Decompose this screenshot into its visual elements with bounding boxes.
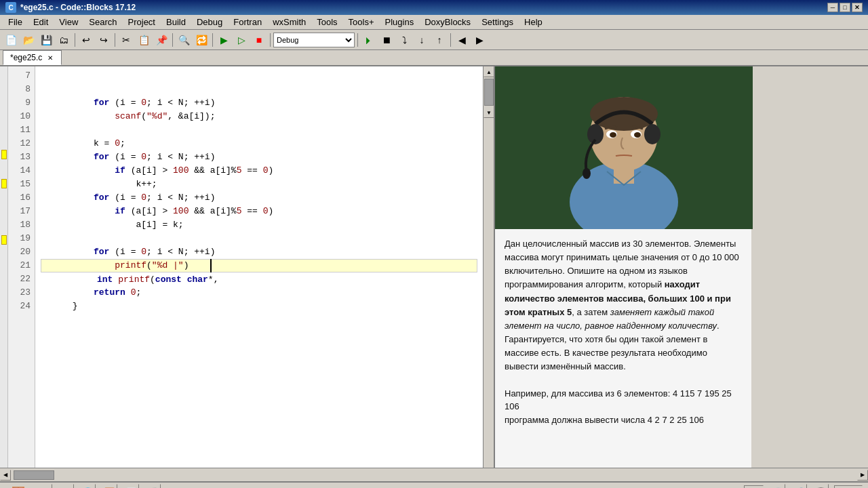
horizontal-scrollbar[interactable] <box>11 468 857 481</box>
close-button[interactable]: ✕ <box>852 3 863 12</box>
line-num-21: 21 <box>8 259 35 272</box>
code-editor[interactable]: for (i = 0; i < N; ++i) scanf("%d", &a[i… <box>35 66 483 468</box>
menu-tools[interactable]: Tools <box>311 15 342 29</box>
new-button[interactable]: 📄 <box>3 32 19 48</box>
horizontal-scroll-thumb[interactable] <box>14 470 54 480</box>
bookmark-7 <box>0 66 7 80</box>
run-button[interactable]: ▷ <box>233 32 250 48</box>
menu-debug[interactable]: Debug <box>191 15 228 29</box>
webcam-area <box>495 66 753 229</box>
scroll-thumb[interactable] <box>484 79 494 106</box>
notification-icon[interactable]: 💬 <box>812 484 829 488</box>
start-button[interactable]: 🪟 Start <box>5 484 52 488</box>
bookmark-14 <box>0 163 7 177</box>
vertical-scrollbar[interactable]: ▲ ▼ <box>483 66 494 468</box>
paste-button[interactable]: 📌 <box>153 32 170 48</box>
save-all-button[interactable]: 🗂 <box>56 32 72 48</box>
toolbar-separator-2 <box>115 33 115 47</box>
right-panel: Дан целочисленный массив из 30 элементов… <box>494 66 751 468</box>
menu-help[interactable]: Help <box>519 15 548 29</box>
browser-icon[interactable]: 🌐 <box>79 484 96 488</box>
step-over-button[interactable]: ⤵ <box>396 32 412 48</box>
build-run-button[interactable]: ▶ <box>216 32 232 48</box>
menu-wxsmith[interactable]: wxSmith <box>267 15 311 29</box>
menu-settings[interactable]: Settings <box>476 15 519 29</box>
menu-edit[interactable]: Edit <box>28 15 54 29</box>
scroll-right-button[interactable]: ▶ <box>857 470 868 481</box>
toolbar-separator-5 <box>270 33 271 47</box>
menu-search[interactable]: Search <box>83 15 122 29</box>
menu-fortran[interactable]: Fortran <box>228 15 267 29</box>
replace-button[interactable]: 🔁 <box>193 32 210 48</box>
bookmark-21 <box>0 262 7 276</box>
line-num-20: 20 <box>8 245 35 259</box>
debug-stop-button[interactable]: ⏹ <box>378 32 395 48</box>
svg-point-7 <box>583 168 591 179</box>
menu-file[interactable]: File <box>3 15 28 29</box>
bookmark-20 <box>0 249 7 262</box>
line-num-15: 15 <box>8 178 35 191</box>
file-manager-icon[interactable]: 📁 <box>58 484 74 488</box>
menu-build[interactable]: Build <box>161 15 191 29</box>
clock: 18:46 <box>834 485 863 488</box>
bookmark-13 <box>0 150 7 163</box>
forward-button[interactable]: ▶ <box>471 32 488 48</box>
windows-icon[interactable]: 🪟 <box>101 484 117 488</box>
menu-project[interactable]: Project <box>123 15 161 29</box>
line-num-24: 24 <box>8 300 35 313</box>
scroll-up-button[interactable]: ▲ <box>484 66 494 77</box>
menu-bar: File Edit View Search Project Build Debu… <box>0 15 868 30</box>
scroll-left-button[interactable]: ◀ <box>0 470 11 481</box>
app-icon: C <box>5 2 16 13</box>
line-numbers: 7 8 9 10 11 12 13 14 15 16 17 18 19 20 2… <box>8 66 35 468</box>
menu-plugins[interactable]: Plugins <box>380 15 420 29</box>
copy-button[interactable]: 📋 <box>136 32 152 48</box>
menu-view[interactable]: View <box>54 15 83 29</box>
line-num-23: 23 <box>8 286 35 300</box>
toolbar: 📄 📂 💾 🗂 ↩ ↪ ✂ 📋 📌 🔍 🔁 ▶ ▷ ■ Debug Releas… <box>0 30 868 50</box>
tab-close-button[interactable]: ✕ <box>46 54 54 62</box>
menu-doxyblocks[interactable]: DoxyBlocks <box>419 15 476 29</box>
tab-ege25[interactable]: *ege25.c ✕ <box>3 50 62 65</box>
bookmark-18 <box>0 220 7 233</box>
save-button[interactable]: 💾 <box>38 32 54 48</box>
line-num-14: 14 <box>8 164 35 178</box>
scroll-down-button[interactable]: ▼ <box>484 107 494 118</box>
redo-button[interactable]: ↪ <box>96 32 112 48</box>
window-controls[interactable]: ─ □ ✕ <box>827 3 863 12</box>
undo-button[interactable]: ↩ <box>78 32 94 48</box>
debug-button[interactable]: ⏵ <box>361 32 377 48</box>
svg-point-10 <box>610 132 616 138</box>
minimize-button[interactable]: ─ <box>827 3 838 12</box>
open-button[interactable]: 📂 <box>20 32 37 48</box>
step-into-button[interactable]: ↓ <box>414 32 430 48</box>
bookmark-23 <box>0 289 7 303</box>
bookmark-11 <box>0 121 7 134</box>
code-line-24 <box>41 300 477 313</box>
horizontal-scrollbar-area[interactable]: ◀ ▶ <box>0 468 868 481</box>
svg-rect-4 <box>614 167 634 184</box>
code-line-19: for (i = 0; i < N; ++i) <box>41 232 477 245</box>
menu-tools-plus[interactable]: Tools+ <box>343 15 380 29</box>
back-button[interactable]: ◀ <box>454 32 470 48</box>
bookmark-22 <box>0 276 7 289</box>
step-out-button[interactable]: ↑ <box>431 32 448 48</box>
cut-button[interactable]: ✂ <box>118 32 134 48</box>
build-target-dropdown[interactable]: Debug Release <box>273 33 355 47</box>
toolbar-separator-3 <box>172 33 173 47</box>
code-line-11: k = 0; <box>41 123 477 137</box>
task-example-1: Например, для массива из 6 элементов: 4 … <box>505 387 742 413</box>
line-num-16: 16 <box>8 191 35 205</box>
search-button[interactable]: 🔍 <box>176 32 192 48</box>
maximize-button[interactable]: □ <box>840 3 850 12</box>
stop-button[interactable]: ■ <box>251 32 267 48</box>
network-icon[interactable]: 🔗 <box>791 484 807 488</box>
bookmark-8 <box>0 80 7 94</box>
toolbar-separator-7 <box>450 33 451 47</box>
main-area: 7 8 9 10 11 12 13 14 15 16 17 18 19 20 2… <box>0 66 868 468</box>
volume-icon[interactable]: 🔊 <box>769 484 785 488</box>
media-icon[interactable]: 🎵 <box>144 484 161 488</box>
toolbar-separator-6 <box>357 33 358 47</box>
bookmark-9 <box>0 94 7 107</box>
app-icon-2[interactable]: 📊 <box>123 484 139 488</box>
